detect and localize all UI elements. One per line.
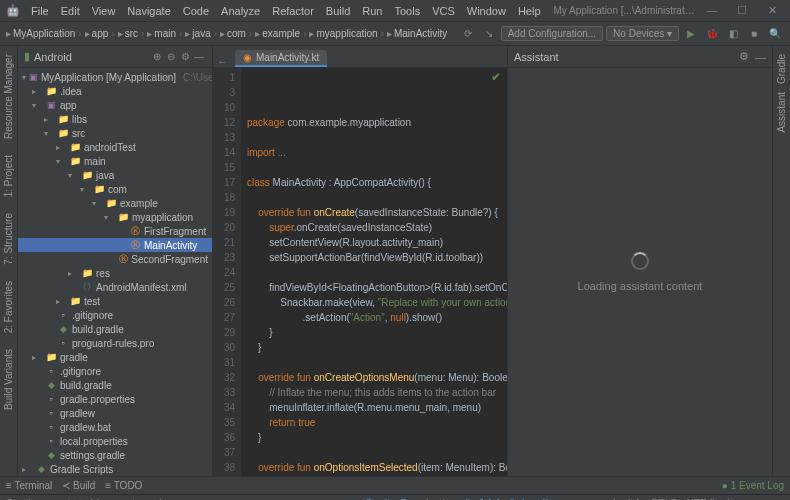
minimize-button[interactable]: — xyxy=(700,4,724,17)
hide-panel-icon[interactable]: — xyxy=(192,51,206,62)
breadcrumb-item[interactable]: ▸ java xyxy=(185,28,210,39)
code-content[interactable]: ✔ package com.example.myapplication impo… xyxy=(241,68,507,476)
tree-item-secondfragment[interactable]: ⓀSecondFragment xyxy=(18,252,212,266)
menu-build[interactable]: Build xyxy=(321,3,355,19)
tree-item-androidmanifest-xml[interactable]: 〈〉AndroidManifest.xml xyxy=(18,280,212,294)
menu-help[interactable]: Help xyxy=(513,3,546,19)
tree-item-libs[interactable]: ▸📁libs xyxy=(18,112,212,126)
tree-item-firstfragment[interactable]: ⓀFirstFragment xyxy=(18,224,212,238)
menu-refactor[interactable]: Refactor xyxy=(267,3,319,19)
debug-icon[interactable]: 🐞 xyxy=(703,25,721,43)
tree-item-androidtest[interactable]: ▸📁androidTest xyxy=(18,140,212,154)
device-dropdown[interactable]: No Devices ▾ xyxy=(606,26,679,41)
left-tab-build-variants[interactable]: Build Variants xyxy=(2,345,15,414)
bottom-tab[interactable]: ≡ Terminal xyxy=(6,480,52,491)
search-icon[interactable]: 🔍 xyxy=(766,25,784,43)
left-tab-7--structure[interactable]: 7: Structure xyxy=(2,209,15,269)
bottom-tool-strip: ≡ Terminal≺ Build≡ TODO ● 1 Event Log xyxy=(0,476,790,494)
titlebar: 🤖 FileEditViewNavigateCodeAnalyzeRefacto… xyxy=(0,0,790,22)
tab-mainactivity[interactable]: ◉ MainActivity.kt xyxy=(235,50,327,67)
right-tab-assistant[interactable]: Assistant xyxy=(775,88,788,137)
left-tab-2--favorites[interactable]: 2: Favorites xyxy=(2,277,15,337)
tree-item-build-gradle[interactable]: ◆build.gradle xyxy=(18,378,212,392)
bottom-tab[interactable]: ≺ Build xyxy=(62,480,95,491)
expand-icon[interactable]: ⊕ xyxy=(150,51,164,62)
breadcrumb-item[interactable]: ▸ MainActivity xyxy=(387,28,447,39)
breadcrumb-item[interactable]: ▸ main xyxy=(147,28,176,39)
close-button[interactable]: ✕ xyxy=(760,4,784,17)
stop-icon[interactable]: ■ xyxy=(745,25,763,43)
right-tool-strip: GradleAssistant xyxy=(772,46,790,476)
project-tree[interactable]: ▾▣MyApplication [My Application]C:\Users… xyxy=(18,68,212,476)
project-panel: ▮ Android ⊕ ⊖ ⚙ — ▾▣MyApplication [My Ap… xyxy=(18,46,213,476)
statusbar: Gradle sync started (moments ago) Gradle… xyxy=(0,494,790,500)
project-view-selector[interactable]: Android xyxy=(34,51,150,63)
tree-item-gradlew-bat[interactable]: ▫gradlew.bat xyxy=(18,420,212,434)
breadcrumb-item[interactable]: ▸ app xyxy=(85,28,109,39)
hide-assistant-icon[interactable]: — xyxy=(755,51,766,63)
assistant-panel: Assistant ⚙ — Loading assistant content xyxy=(507,46,772,476)
breadcrumb-item[interactable]: ▸ example xyxy=(255,28,300,39)
tree-item-build-gradle[interactable]: ◆build.gradle xyxy=(18,322,212,336)
breadcrumb-item[interactable]: ▸ src xyxy=(118,28,138,39)
tree-item-proguard-rules-pro[interactable]: ▫proguard-rules.pro xyxy=(18,336,212,350)
tree-item-java[interactable]: ▾📁java xyxy=(18,168,212,182)
code-editor[interactable]: 1310121314151718192021232425262729303132… xyxy=(213,68,507,476)
left-tab-1--project[interactable]: 1: Project xyxy=(2,151,15,201)
right-tab-gradle[interactable]: Gradle xyxy=(775,50,788,88)
tree-item-local-properties[interactable]: ▫local.properties xyxy=(18,434,212,448)
gear-icon[interactable]: ⚙ xyxy=(739,50,749,63)
run-icon[interactable]: ▶ xyxy=(682,25,700,43)
nav-back-icon[interactable]: ← xyxy=(217,56,231,67)
left-tab-resource-manager[interactable]: Resource Manager xyxy=(2,50,15,143)
tree-item-myapplication--my-application-[interactable]: ▾▣MyApplication [My Application]C:\Users… xyxy=(18,70,212,84)
menu-analyze[interactable]: Analyze xyxy=(216,3,265,19)
menu-window[interactable]: Window xyxy=(462,3,511,19)
tree-item-com[interactable]: ▾📁com xyxy=(18,182,212,196)
assistant-header: Assistant ⚙ — xyxy=(508,46,772,68)
menu-view[interactable]: View xyxy=(87,3,121,19)
menu-run[interactable]: Run xyxy=(357,3,387,19)
profile-icon[interactable]: ◧ xyxy=(724,25,742,43)
tree-item-example[interactable]: ▾📁example xyxy=(18,196,212,210)
tree-item--gitignore[interactable]: ▫.gitignore xyxy=(18,308,212,322)
assistant-loading-text: Loading assistant content xyxy=(578,280,703,292)
menu-edit[interactable]: Edit xyxy=(56,3,85,19)
tree-item-res[interactable]: ▸📁res xyxy=(18,266,212,280)
menu-tools[interactable]: Tools xyxy=(389,3,425,19)
tree-item-test[interactable]: ▸📁test xyxy=(18,294,212,308)
tree-item-settings-gradle[interactable]: ◆settings.gradle xyxy=(18,448,212,462)
run-config-dropdown[interactable]: Add Configuration... xyxy=(501,26,603,41)
tree-item-main[interactable]: ▾📁main xyxy=(18,154,212,168)
tree-item-myapplication[interactable]: ▾📁myapplication xyxy=(18,210,212,224)
run-last-icon[interactable]: ↘ xyxy=(480,25,498,43)
tree-item-gradle-scripts[interactable]: ▸◆Gradle Scripts xyxy=(18,462,212,476)
menu-vcs[interactable]: VCS xyxy=(427,3,460,19)
bottom-tab[interactable]: ≡ TODO xyxy=(105,480,142,491)
breadcrumb-item[interactable]: ▸ MyApplication xyxy=(6,28,75,39)
menu-file[interactable]: File xyxy=(26,3,54,19)
tree-item-mainactivity[interactable]: ⓀMainActivity xyxy=(18,238,212,252)
breadcrumb-item[interactable]: ▸ myapplication xyxy=(309,28,377,39)
kotlin-file-icon: ◉ xyxy=(243,52,252,63)
tree-item-gradlew[interactable]: ▫gradlew xyxy=(18,406,212,420)
menu-code[interactable]: Code xyxy=(178,3,214,19)
sync-icon[interactable]: ⟳ xyxy=(459,25,477,43)
event-log-tab[interactable]: ● 1 Event Log xyxy=(722,480,784,491)
tab-label: MainActivity.kt xyxy=(256,52,319,63)
assistant-body: Loading assistant content xyxy=(508,68,772,476)
tree-item-gradle[interactable]: ▸📁gradle xyxy=(18,350,212,364)
window-title: My Application [...\Administrator\Androi… xyxy=(554,5,700,16)
menu-navigate[interactable]: Navigate xyxy=(122,3,175,19)
main-menu: FileEditViewNavigateCodeAnalyzeRefactorB… xyxy=(26,3,546,19)
tree-item-app[interactable]: ▾▣app xyxy=(18,98,212,112)
window-controls: — ☐ ✕ xyxy=(700,4,784,17)
breadcrumb-item[interactable]: ▸ com xyxy=(220,28,246,39)
tree-item-gradle-properties[interactable]: ▫gradle.properties xyxy=(18,392,212,406)
settings-icon[interactable]: ⚙ xyxy=(178,51,192,62)
maximize-button[interactable]: ☐ xyxy=(730,4,754,17)
collapse-icon[interactable]: ⊖ xyxy=(164,51,178,62)
tree-item-src[interactable]: ▾📁src xyxy=(18,126,212,140)
tree-item--idea[interactable]: ▸📁.idea xyxy=(18,84,212,98)
tree-item--gitignore[interactable]: ▫.gitignore xyxy=(18,364,212,378)
